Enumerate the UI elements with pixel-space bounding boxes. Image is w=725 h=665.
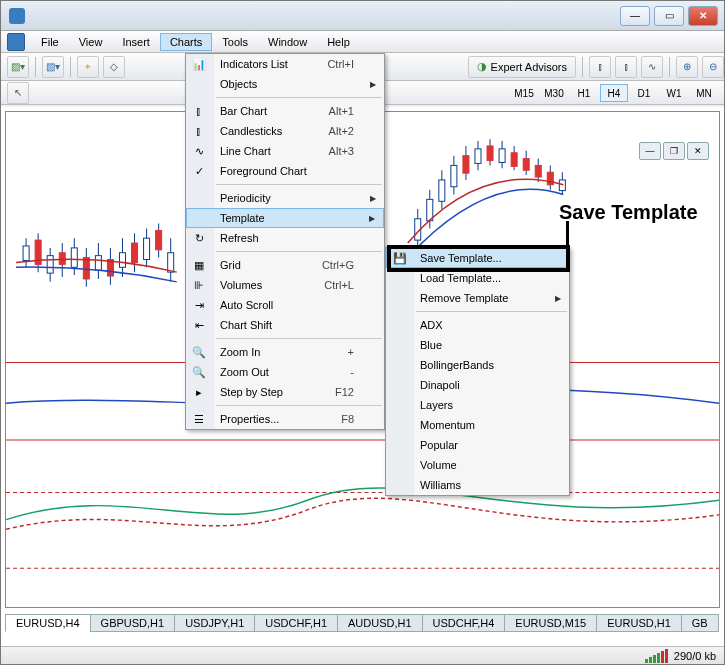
child-close-button[interactable]: ✕ <box>687 142 709 160</box>
menu-file[interactable]: File <box>31 33 69 51</box>
app-menu-icon[interactable] <box>7 33 25 51</box>
chart-tab[interactable]: EURUSD,M15 <box>504 614 597 632</box>
template-menu-item[interactable]: Popular <box>386 435 569 455</box>
menu-item-icon: 🔍 <box>191 344 207 360</box>
template-menu-item[interactable]: Volume <box>386 455 569 475</box>
maximize-button[interactable]: ▭ <box>654 6 684 26</box>
timeframe-m15[interactable]: M15 <box>510 84 538 102</box>
template-menu-item[interactable]: Blue <box>386 335 569 355</box>
child-restore-button[interactable]: ❐ <box>663 142 685 160</box>
zoom-out-button[interactable]: ⊖ <box>702 56 724 78</box>
charts-menu-item[interactable]: Template▶ <box>186 208 384 228</box>
charts-menu-item[interactable]: ▸Step by StepF12 <box>186 382 384 402</box>
child-minimize-button[interactable]: — <box>639 142 661 160</box>
charts-menu-item[interactable]: ↻Refresh <box>186 228 384 248</box>
menu-item-icon: 💾 <box>392 250 408 266</box>
svg-rect-9 <box>71 248 77 267</box>
menu-item-label: Step by Step <box>220 386 283 398</box>
bar-chart-button[interactable]: ⫿ <box>589 56 611 78</box>
chart-tab[interactable]: USDCHF,H4 <box>422 614 506 632</box>
menu-item-label: Blue <box>420 339 442 351</box>
charts-menu-item[interactable]: ⫿Bar ChartAlt+1 <box>186 101 384 121</box>
chart-tab[interactable]: USDCHF,H1 <box>254 614 338 632</box>
timeframe-d1[interactable]: D1 <box>630 84 658 102</box>
charts-menu-item[interactable]: ⫿CandlesticksAlt+2 <box>186 121 384 141</box>
menu-item-shortcut: - <box>350 366 354 378</box>
submenu-arrow-icon: ▶ <box>555 294 561 303</box>
timeframe-w1[interactable]: W1 <box>660 84 688 102</box>
menu-item-label: Properties... <box>220 413 279 425</box>
market-watch-button[interactable]: ⌖ <box>77 56 99 78</box>
app-window: — ▭ ✕ File View Insert Charts Tools Wind… <box>0 0 725 665</box>
template-menu-item[interactable]: ADX <box>386 315 569 335</box>
menu-item-label: Layers <box>420 399 453 411</box>
profiles-button[interactable]: ▧▾ <box>42 56 64 78</box>
menu-item-icon: ⫿ <box>191 123 207 139</box>
charts-menu-item[interactable]: Periodicity▶ <box>186 188 384 208</box>
connection-bars-icon <box>645 649 668 663</box>
charts-menu-item[interactable]: ☰Properties...F8 <box>186 409 384 429</box>
chart-tab[interactable]: GB <box>681 614 719 632</box>
template-menu-item[interactable]: Layers <box>386 395 569 415</box>
chart-tab[interactable]: USDJPY,H1 <box>174 614 255 632</box>
timeframe-h1[interactable]: H1 <box>570 84 598 102</box>
chart-tab[interactable]: EURUSD,H4 <box>5 614 91 632</box>
template-menu-item[interactable]: BollingerBands <box>386 355 569 375</box>
template-menu-item[interactable]: Dinapoli <box>386 375 569 395</box>
charts-menu-item[interactable]: Objects▶ <box>186 74 384 94</box>
cursor-button[interactable]: ↖ <box>7 82 29 104</box>
menu-item-label: Template <box>220 212 265 224</box>
candle-chart-button[interactable]: ⫿ <box>615 56 637 78</box>
menu-item-label: Bar Chart <box>220 105 267 117</box>
svg-rect-5 <box>47 256 53 273</box>
new-chart-button[interactable]: ▧▾ <box>7 56 29 78</box>
menu-tools[interactable]: Tools <box>212 33 258 51</box>
navigator-button[interactable]: ◇ <box>103 56 125 78</box>
menu-window[interactable]: Window <box>258 33 317 51</box>
menu-item-label: Zoom In <box>220 346 260 358</box>
svg-rect-21 <box>144 238 150 259</box>
charts-menu-item[interactable]: 🔍Zoom Out- <box>186 362 384 382</box>
svg-rect-43 <box>511 153 517 167</box>
chart-tab[interactable]: GBPUSD,H1 <box>90 614 176 632</box>
charts-menu-item[interactable]: 🔍Zoom In+ <box>186 342 384 362</box>
chart-tab[interactable]: EURUSD,H1 <box>596 614 682 632</box>
charts-menu-item[interactable]: ⇤Chart Shift <box>186 315 384 335</box>
template-menu-item[interactable]: Load Template... <box>386 268 569 288</box>
toolbar-separator <box>669 57 670 77</box>
menu-view[interactable]: View <box>69 33 113 51</box>
template-menu-item[interactable]: 💾Save Template... <box>386 248 569 268</box>
svg-rect-17 <box>119 253 125 268</box>
zoom-in-button[interactable]: ⊕ <box>676 56 698 78</box>
charts-menu-item[interactable]: ∿Line ChartAlt+3 <box>186 141 384 161</box>
charts-menu-item[interactable]: ▦GridCtrl+G <box>186 255 384 275</box>
menu-item-icon: ∿ <box>191 143 207 159</box>
svg-rect-25 <box>168 253 174 272</box>
menu-item-shortcut: Alt+3 <box>329 145 354 157</box>
timeframe-m30[interactable]: M30 <box>540 84 568 102</box>
expert-advisors-button[interactable]: ◑ Expert Advisors <box>468 56 576 78</box>
timeframe-mn[interactable]: MN <box>690 84 718 102</box>
charts-menu-item[interactable]: ⇥Auto Scroll <box>186 295 384 315</box>
charts-menu-item[interactable]: ⊪VolumesCtrl+L <box>186 275 384 295</box>
chart-tabs: EURUSD,H4 GBPUSD,H1 USDJPY,H1 USDCHF,H1 … <box>5 610 720 632</box>
menu-item-label: Line Chart <box>220 145 271 157</box>
line-chart-button[interactable]: ∿ <box>641 56 663 78</box>
menu-item-label: Candlesticks <box>220 125 282 137</box>
menu-insert[interactable]: Insert <box>112 33 160 51</box>
menu-help[interactable]: Help <box>317 33 360 51</box>
charts-menu-item[interactable]: ✓Foreground Chart <box>186 161 384 181</box>
menu-charts[interactable]: Charts <box>160 33 212 51</box>
menu-separator <box>216 251 382 252</box>
menu-item-label: Refresh <box>220 232 259 244</box>
minimize-button[interactable]: — <box>620 6 650 26</box>
timeframe-h4[interactable]: H4 <box>600 84 628 102</box>
charts-menu-item[interactable]: 📊Indicators ListCtrl+I <box>186 54 384 74</box>
template-menu-item[interactable]: Momentum <box>386 415 569 435</box>
template-menu-item[interactable]: Williams <box>386 475 569 495</box>
svg-rect-33 <box>451 165 457 186</box>
chart-tab[interactable]: AUDUSD,H1 <box>337 614 423 632</box>
svg-rect-41 <box>499 149 505 163</box>
template-menu-item[interactable]: Remove Template▶ <box>386 288 569 308</box>
close-button[interactable]: ✕ <box>688 6 718 26</box>
